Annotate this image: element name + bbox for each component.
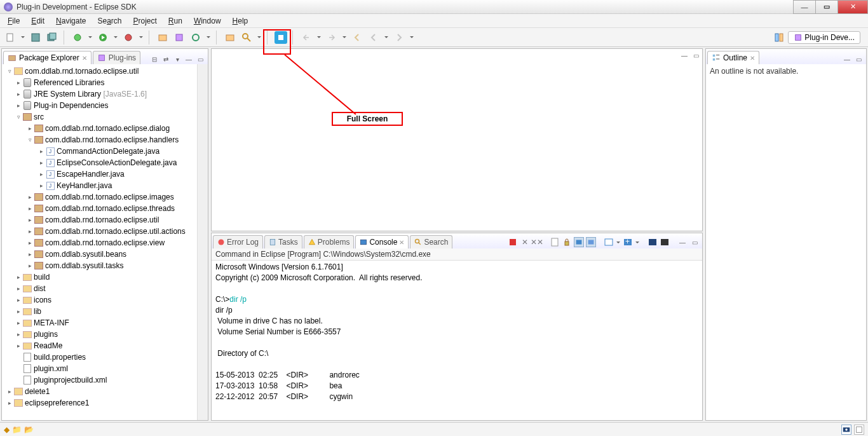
pkg-view[interactable]: ▸com.ddlab.rnd.tornado.eclipse.view xyxy=(3,237,197,249)
last-edit-dropdown[interactable] xyxy=(316,31,322,44)
open-type-button[interactable] xyxy=(224,31,236,44)
nav-back-button[interactable] xyxy=(367,31,380,44)
minimize-view-button[interactable]: — xyxy=(842,54,852,64)
editor-minimize-button[interactable]: — xyxy=(679,50,689,60)
perspective-plugindev[interactable]: Plug-in Deve... xyxy=(788,31,860,44)
fullscreen-button[interactable] xyxy=(275,31,287,44)
console-output[interactable]: Microsoft Windows [Version 6.1.7601] Cop… xyxy=(212,261,702,420)
status-icon[interactable]: ◆ xyxy=(4,425,10,434)
next-annot-button[interactable] xyxy=(325,31,338,44)
search-toolbar-button[interactable] xyxy=(240,31,253,44)
open-perspective-button[interactable] xyxy=(773,31,785,44)
run-dropdown[interactable] xyxy=(113,31,118,44)
tab-plugins[interactable]: Plug-ins xyxy=(93,51,140,64)
menu-help[interactable]: Help xyxy=(227,15,254,27)
clear-console-button[interactable] xyxy=(550,237,560,247)
tab-search[interactable]: Search xyxy=(410,235,452,249)
display-selected-console-button[interactable] xyxy=(604,237,614,247)
pkg-threads[interactable]: ▸com.ddlab.rnd.tornado.eclipse.threads xyxy=(3,203,197,214)
menu-navigate[interactable]: Navigate xyxy=(51,15,91,27)
editor-maximize-button[interactable]: ▭ xyxy=(691,50,701,60)
package-explorer-tree[interactable]: ▿com.ddlab.rnd.tornado.eclipse.util ▸Ref… xyxy=(2,64,197,420)
pin-console-button[interactable] xyxy=(586,237,596,247)
pkg-util-actions[interactable]: ▸com.ddlab.rnd.tornado.eclipse.util.acti… xyxy=(3,226,197,237)
tab-console[interactable]: Console✕ xyxy=(355,235,409,249)
menu-edit[interactable]: Edit xyxy=(26,15,50,27)
pkg-util[interactable]: ▸com.ddlab.rnd.tornado.eclipse.util xyxy=(3,214,197,226)
java-file[interactable]: ▸KeyHandler.java xyxy=(3,180,197,191)
run-button[interactable] xyxy=(97,31,109,44)
file-pluginbuildxml[interactable]: pluginprojectbuild.xml xyxy=(3,374,197,386)
layout-button[interactable] xyxy=(854,425,864,435)
menu-search[interactable]: Search xyxy=(92,15,126,27)
nav-fwd-button[interactable] xyxy=(393,31,405,44)
new-dropdown[interactable] xyxy=(20,31,25,44)
status-icon[interactable]: 📁 xyxy=(12,425,22,434)
minimize-button[interactable]: — xyxy=(793,0,816,14)
menu-window[interactable]: Window xyxy=(189,15,226,27)
pkg-handlers[interactable]: ▿com.ddlab.rnd.tornado.eclipse.handlers xyxy=(3,134,197,146)
folder-metainf[interactable]: ▸META-INF xyxy=(3,317,197,329)
src-node[interactable]: ▿src xyxy=(3,111,197,123)
close-button[interactable]: ✕ xyxy=(837,0,868,14)
close-icon[interactable]: ✕ xyxy=(82,55,87,62)
menu-project[interactable]: Project xyxy=(128,15,161,27)
tab-outline[interactable]: Outline ✕ xyxy=(707,51,759,64)
minimize-view-button[interactable]: — xyxy=(184,54,194,64)
view-menu-button[interactable]: ▾ xyxy=(172,54,182,64)
menu-run[interactable]: Run xyxy=(163,15,187,27)
folder-plugins[interactable]: ▸plugins xyxy=(3,329,197,340)
tab-problems[interactable]: Problems xyxy=(304,235,355,249)
folder-dist[interactable]: ▸dist xyxy=(3,283,197,294)
status-icon[interactable]: 📂 xyxy=(24,425,34,434)
last-edit-button[interactable] xyxy=(300,31,313,44)
maximize-button[interactable]: ▭ xyxy=(815,0,838,14)
file-buildprops[interactable]: build.properties xyxy=(3,351,197,363)
menu-file[interactable]: File xyxy=(3,15,25,27)
new-plugin-button[interactable] xyxy=(173,31,186,44)
folder-build[interactable]: ▸build xyxy=(3,271,197,283)
next-annot-dropdown[interactable] xyxy=(342,31,347,44)
tab-tasks[interactable]: Tasks xyxy=(264,235,302,249)
maximize-view-button[interactable]: ▭ xyxy=(853,54,864,64)
maximize-view-button[interactable]: ▭ xyxy=(689,237,700,247)
tab-package-explorer[interactable]: Package Explorer ✕ xyxy=(3,51,92,64)
open-console-button[interactable]: + xyxy=(623,237,633,247)
team-button[interactable] xyxy=(189,31,202,44)
pkg-images[interactable]: ▸com.ddlab.rnd.tornado.eclipse.images xyxy=(3,191,197,203)
project-eclipsepref[interactable]: ▸eclipsepreference1 xyxy=(3,397,197,409)
java-file[interactable]: ▸EscapeHandler.java xyxy=(3,168,197,180)
pkg-tasks[interactable]: ▸com.ddlab.sysutil.tasks xyxy=(3,260,197,271)
save-button[interactable] xyxy=(29,31,42,44)
file-pluginxml[interactable]: plugin.xml xyxy=(3,363,197,374)
minimize-view-button[interactable]: — xyxy=(677,237,688,247)
java-file[interactable]: ▸CommandActionDelegate.java xyxy=(3,146,197,157)
remove-all-button[interactable]: ✕✕ xyxy=(532,237,542,247)
pkg-beans[interactable]: ▸com.ddlab.sysutil.beans xyxy=(3,249,197,260)
collapse-all-button[interactable]: ⊟ xyxy=(149,54,159,64)
editor-area[interactable]: — ▭ xyxy=(211,48,703,231)
console-icon2[interactable] xyxy=(660,237,670,247)
close-icon[interactable]: ✕ xyxy=(399,239,404,246)
console-icon1[interactable] xyxy=(648,237,658,247)
jre-node[interactable]: ▸JRE System Library [JavaSE-1.6] xyxy=(3,88,197,100)
maximize-view-button[interactable]: ▭ xyxy=(195,54,205,64)
tab-error-log[interactable]: Error Log xyxy=(213,235,263,249)
folder-readme[interactable]: ▸ReadMe xyxy=(3,340,197,351)
search-dropdown[interactable] xyxy=(257,31,262,44)
tree-scrollbar[interactable] xyxy=(197,64,208,420)
folder-icons[interactable]: ▸icons xyxy=(3,294,197,306)
save-all-button[interactable] xyxy=(46,31,58,44)
folder-lib[interactable]: ▸lib xyxy=(3,306,197,317)
ext-tools-dropdown[interactable] xyxy=(139,31,144,44)
show-console-button[interactable] xyxy=(574,237,584,247)
ext-tools-button[interactable] xyxy=(122,31,135,44)
new-button[interactable] xyxy=(4,31,17,44)
close-icon[interactable]: ✕ xyxy=(750,55,755,62)
link-editor-button[interactable]: ⇄ xyxy=(161,54,171,64)
project-node[interactable]: ▿com.ddlab.rnd.tornado.eclipse.util xyxy=(3,65,197,77)
back-button[interactable] xyxy=(351,31,363,44)
debug-dropdown[interactable] xyxy=(88,31,93,44)
screenshot-button[interactable] xyxy=(841,425,851,435)
project-delete1[interactable]: ▸delete1 xyxy=(3,386,197,397)
